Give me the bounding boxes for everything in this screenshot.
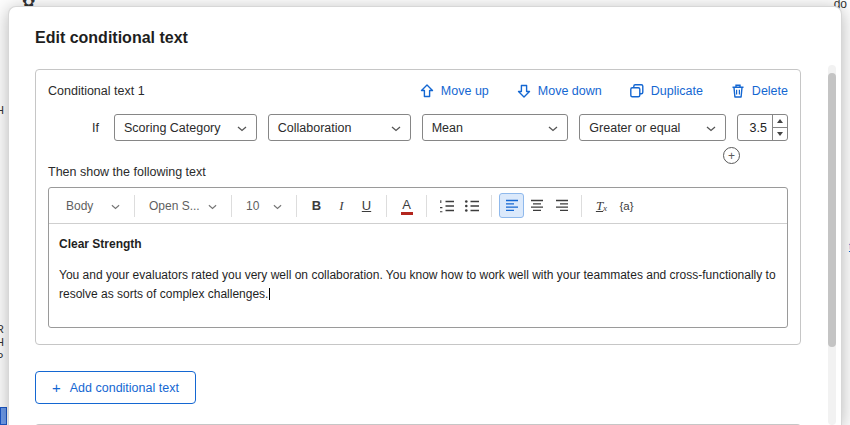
- background-text-fragment: H: [0, 336, 4, 348]
- editor-body-text: You and your evaluators rated you very w…: [59, 268, 776, 301]
- add-conditional-text-button[interactable]: + Add conditional text: [35, 371, 196, 404]
- threshold-value: 3.5: [738, 115, 772, 140]
- dialog-body: Conditional text 1 Move up Move down: [9, 63, 841, 425]
- italic-button[interactable]: I: [329, 193, 354, 218]
- toolbar-divider: [134, 195, 135, 217]
- number-stepper: [772, 115, 787, 140]
- font-family-value: Open S...: [149, 199, 200, 213]
- move-up-label: Move up: [441, 84, 489, 98]
- threshold-input[interactable]: 3.5: [737, 114, 788, 141]
- condition-row: If Scoring Category Collaboration Mean G…: [48, 114, 788, 141]
- paragraph-style-value: Body: [66, 199, 93, 213]
- chevron-down-icon: [111, 199, 120, 213]
- chevron-down-icon: [208, 199, 217, 213]
- align-left-button[interactable]: [499, 193, 524, 218]
- editor-paragraph: You and your evaluators rated you very w…: [59, 266, 777, 303]
- move-up-icon: [419, 83, 435, 99]
- move-up-button[interactable]: Move up: [419, 83, 489, 99]
- paragraph-style-select[interactable]: Body: [59, 194, 127, 218]
- duplicate-icon: [629, 83, 645, 99]
- then-show-label: Then show the following text: [48, 165, 788, 179]
- font-size-value: 10: [246, 199, 259, 213]
- operator-select[interactable]: Greater or equal: [579, 114, 726, 141]
- background-text-fragment: P: [0, 351, 3, 363]
- panel-header: Conditional text 1 Move up Move down: [48, 83, 788, 99]
- text-color-swatch: [401, 212, 413, 215]
- scrollbar-track[interactable]: [828, 65, 836, 425]
- add-condition-row: +: [48, 147, 788, 165]
- stepper-down-button[interactable]: [773, 127, 787, 140]
- background-text-fragment: H: [0, 104, 4, 116]
- plus-icon: +: [728, 150, 735, 162]
- text-color-button[interactable]: A: [394, 193, 419, 218]
- delete-label: Delete: [752, 84, 788, 98]
- category-item-value: Collaboration: [278, 121, 352, 135]
- font-size-select[interactable]: 10: [239, 194, 289, 218]
- editor-heading-text: Clear Strength: [59, 237, 777, 251]
- conditional-text-panel: Conditional text 1 Move up Move down: [35, 69, 801, 345]
- chevron-down-icon: [273, 199, 282, 213]
- scoring-category-select[interactable]: Scoring Category: [114, 114, 257, 141]
- metric-select[interactable]: Mean: [422, 114, 569, 141]
- scoring-category-value: Scoring Category: [124, 121, 221, 135]
- bold-button[interactable]: B: [304, 193, 329, 218]
- move-down-label: Move down: [538, 84, 602, 98]
- font-family-select[interactable]: Open S...: [142, 194, 224, 218]
- piped-text-button[interactable]: {a}: [614, 193, 639, 218]
- editor-content-area[interactable]: Clear Strength You and your evaluators r…: [49, 224, 787, 327]
- chevron-down-icon: [706, 121, 716, 135]
- triangle-down-icon: [777, 132, 783, 136]
- toolbar-divider: [491, 195, 492, 217]
- dialog-title: Edit conditional text: [9, 7, 841, 63]
- clear-formatting-button[interactable]: Tx: [589, 193, 614, 218]
- clear-formatting-x: x: [603, 203, 607, 213]
- category-item-select[interactable]: Collaboration: [268, 114, 411, 141]
- scrollbar-thumb[interactable]: [828, 73, 836, 347]
- text-color-letter: A: [402, 198, 411, 211]
- background-text-fragment: R: [0, 323, 4, 335]
- duplicate-button[interactable]: Duplicate: [629, 83, 703, 99]
- rich-text-editor: Body Open S... 10 B I: [48, 187, 788, 328]
- add-conditional-text-label: Add conditional text: [70, 381, 179, 395]
- if-label: If: [92, 121, 99, 135]
- move-down-icon: [516, 83, 532, 99]
- operator-value: Greater or equal: [589, 121, 680, 135]
- chevron-down-icon: [391, 121, 401, 135]
- align-center-button[interactable]: [524, 193, 549, 218]
- background-selected-cell: [0, 407, 7, 425]
- metric-value: Mean: [432, 121, 463, 135]
- toolbar-divider: [296, 195, 297, 217]
- conditional-text-label: Conditional text 1: [48, 84, 145, 98]
- plus-icon: +: [52, 380, 61, 395]
- triangle-up-icon: [777, 119, 783, 123]
- text-cursor: [269, 288, 270, 300]
- toolbar-divider: [231, 195, 232, 217]
- trash-icon: [730, 83, 746, 99]
- bullet-list-button[interactable]: [459, 193, 484, 218]
- chevron-down-icon: [237, 121, 247, 135]
- toolbar-divider: [581, 195, 582, 217]
- panel-actions: Move up Move down Duplicate: [419, 83, 788, 99]
- ordered-list-button[interactable]: [434, 193, 459, 218]
- move-down-button[interactable]: Move down: [516, 83, 602, 99]
- align-right-button[interactable]: [549, 193, 574, 218]
- editor-toolbar: Body Open S... 10 B I: [49, 188, 787, 224]
- stepper-up-button[interactable]: [773, 115, 787, 127]
- toolbar-divider: [426, 195, 427, 217]
- add-condition-button[interactable]: +: [723, 147, 740, 164]
- chevron-down-icon: [548, 121, 558, 135]
- toolbar-divider: [386, 195, 387, 217]
- edit-conditional-text-dialog: Edit conditional text Conditional text 1…: [8, 6, 842, 425]
- delete-button[interactable]: Delete: [730, 83, 788, 99]
- underline-button[interactable]: U: [354, 193, 379, 218]
- duplicate-label: Duplicate: [651, 84, 703, 98]
